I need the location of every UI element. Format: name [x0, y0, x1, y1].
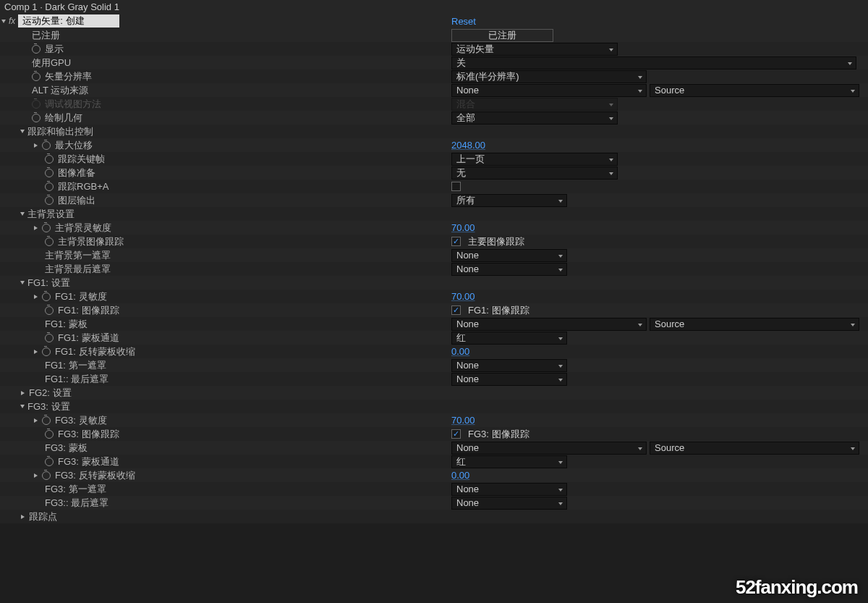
stopwatch-icon[interactable] [45, 169, 54, 177]
twirl-icon[interactable] [34, 473, 38, 478]
stopwatch-icon [32, 100, 41, 109]
alt-source-dropdown[interactable]: Source [650, 84, 859, 97]
mbg-m1-dropdown[interactable]: None [451, 249, 567, 262]
reset-link[interactable]: Reset [451, 16, 476, 27]
stopwatch-icon[interactable] [42, 347, 51, 356]
stopwatch-icon[interactable] [45, 457, 54, 466]
prop-label: 跟踪关键帧 [58, 153, 105, 166]
fg1-inv-value[interactable]: 0.00 [451, 346, 469, 357]
prop-label: 跟踪RGB+A [58, 180, 109, 193]
stopwatch-icon[interactable] [45, 334, 54, 342]
registered-box: 已注册 [451, 29, 553, 42]
prop-label: 主背景最后遮罩 [45, 263, 111, 276]
mbg-mL-dropdown[interactable]: None [451, 263, 567, 276]
checkbox-label: FG1: 图像跟踪 [468, 304, 529, 317]
checkbox-label: FG3: 图像跟踪 [468, 428, 529, 441]
prop-label: FG1: 灵敏度 [55, 290, 107, 303]
fg3-matte-dropdown[interactable]: None [451, 442, 647, 455]
group-label: FG3: 设置 [27, 400, 70, 413]
rgba-checkbox[interactable] [451, 182, 461, 191]
watermark: 52fanxing.com [736, 576, 858, 599]
prop-label: FG3: 灵敏度 [55, 414, 107, 427]
fg3-chan-dropdown[interactable]: 红 [451, 455, 567, 468]
twirl-icon[interactable] [20, 212, 25, 216]
fg1-source-dropdown[interactable]: Source [650, 318, 859, 331]
prop-label: 已注册 [32, 29, 60, 42]
prop-label: FG1: 蒙板通道 [58, 332, 119, 345]
vecres-dropdown[interactable]: 标准(半分辨率) [451, 70, 647, 83]
prop-label: 绘制几何 [45, 111, 82, 125]
prop-label: 主背景灵敏度 [55, 222, 111, 235]
prop-label: 主背景图像跟踪 [58, 235, 124, 248]
fg1-matte-dropdown[interactable]: None [451, 318, 647, 331]
fg3-sens-value[interactable]: 70.00 [451, 415, 475, 426]
debug-dropdown: 混合 [451, 98, 618, 111]
twirl-icon[interactable] [34, 418, 38, 423]
twirl-icon[interactable] [34, 350, 38, 354]
fg1-mL-dropdown[interactable]: None [451, 373, 567, 386]
stopwatch-icon[interactable] [42, 471, 51, 480]
twirl-icon[interactable] [21, 391, 25, 395]
prop-label: 调试视图方法 [45, 98, 101, 111]
mbg-sens-value[interactable]: 70.00 [451, 222, 475, 233]
alt-src-dropdown[interactable]: None [451, 84, 647, 97]
fx-icon[interactable]: fx [9, 16, 15, 26]
stopwatch-icon[interactable] [45, 306, 54, 315]
property-list: 已注册已注册 显示运动矢量 使用GPU关 矢量分辨率标准(半分辨率) ALT 运… [0, 28, 868, 523]
fg3-inv-value[interactable]: 0.00 [451, 470, 469, 481]
stopwatch-icon[interactable] [32, 72, 41, 81]
effect-row: fx 运动矢量: 创建 Reset [0, 14, 868, 28]
twirl-icon[interactable] [34, 295, 38, 299]
prop-label: FG3: 第一遮罩 [45, 483, 106, 496]
prop-label: FG3:: 最后遮罩 [45, 497, 109, 510]
stopwatch-icon[interactable] [32, 45, 41, 54]
stopwatch-icon[interactable] [45, 182, 54, 191]
prop-label: FG1:: 最后遮罩 [45, 373, 109, 386]
group-label: FG1: 设置 [27, 277, 70, 290]
twirl-icon[interactable] [1, 20, 6, 23]
twirl-icon[interactable] [34, 226, 38, 230]
stopwatch-icon[interactable] [45, 430, 54, 439]
layerout-dropdown[interactable]: 所有 [451, 194, 567, 207]
group-label: 跟踪和输出控制 [27, 125, 93, 138]
stopwatch-icon[interactable] [42, 141, 51, 150]
group-label: FG2: 设置 [29, 387, 72, 400]
prop-label: FG3: 蒙板 [45, 442, 88, 455]
prop-label: 图层输出 [58, 194, 95, 207]
prop-label: FG1: 图像跟踪 [58, 304, 119, 317]
fg3-m1-dropdown[interactable]: None [451, 483, 567, 496]
prop-label: 图像准备 [58, 166, 95, 180]
gpu-dropdown[interactable]: 关 [451, 56, 856, 69]
trackkey-dropdown[interactable]: 上一页 [451, 153, 618, 166]
stopwatch-icon[interactable] [42, 224, 51, 232]
stopwatch-icon[interactable] [42, 416, 51, 425]
twirl-icon[interactable] [20, 405, 25, 408]
fg3-mL-dropdown[interactable]: None [451, 497, 567, 510]
imgprep-dropdown[interactable]: 无 [451, 166, 618, 180]
effect-name[interactable]: 运动矢量: 创建 [18, 14, 119, 28]
stopwatch-icon[interactable] [45, 196, 54, 205]
fg1-m1-dropdown[interactable]: None [451, 359, 567, 372]
display-dropdown[interactable]: 运动矢量 [451, 43, 618, 56]
fg1-chan-dropdown[interactable]: 红 [451, 332, 567, 345]
stopwatch-icon[interactable] [42, 292, 51, 301]
prop-label: 显示 [45, 43, 64, 56]
twirl-icon[interactable] [20, 281, 25, 284]
stopwatch-icon[interactable] [45, 237, 54, 246]
fg3-source-dropdown[interactable]: Source [650, 442, 859, 455]
prop-label: 矢量分辨率 [45, 70, 92, 83]
twirl-icon[interactable] [34, 143, 38, 148]
fg3-track-checkbox[interactable] [451, 429, 461, 439]
maxdisp-value[interactable]: 2048.00 [451, 140, 485, 151]
twirl-icon[interactable] [20, 130, 25, 133]
prop-label: FG1: 蒙板 [45, 318, 88, 331]
stopwatch-icon[interactable] [45, 155, 54, 164]
fg1-track-checkbox[interactable] [451, 305, 461, 315]
prop-label: ALT 运动来源 [32, 84, 88, 97]
geom-dropdown[interactable]: 全部 [451, 111, 618, 125]
mbg-track-checkbox[interactable] [451, 237, 461, 246]
fg1-sens-value[interactable]: 70.00 [451, 291, 475, 302]
prop-label: 最大位移 [55, 139, 93, 152]
stopwatch-icon[interactable] [32, 114, 41, 122]
twirl-icon[interactable] [21, 515, 25, 519]
